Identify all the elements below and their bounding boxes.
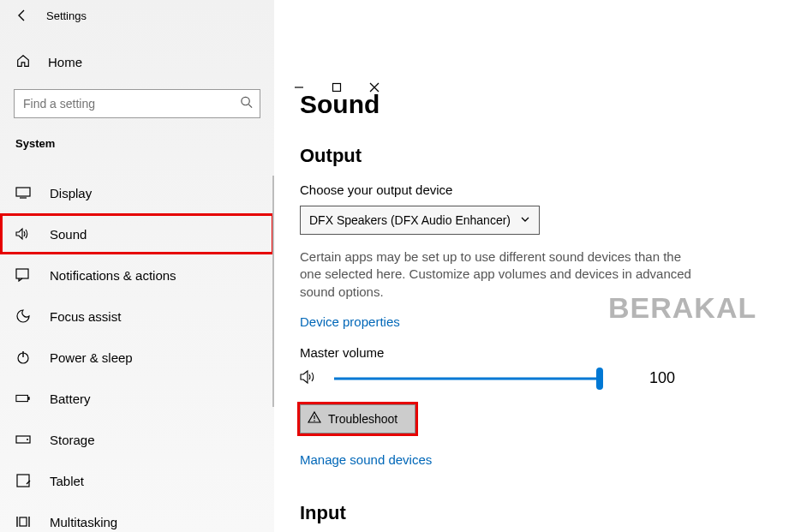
sidebar-item-multitasking[interactable]: Multitasking (0, 501, 274, 532)
sidebar-item-label: Multitasking (50, 515, 117, 529)
sidebar-item-notifications[interactable]: Notifications & actions (0, 254, 274, 296)
sound-icon (15, 227, 31, 241)
home-label: Home (48, 55, 82, 69)
svg-rect-14 (20, 517, 27, 526)
input-heading: Input (300, 502, 755, 524)
output-device-select[interactable]: DFX Speakers (DFX Audio Enhancer) (300, 206, 540, 235)
sidebar-nav: Display Sound Notifications & actions Fo… (0, 172, 274, 532)
svg-rect-2 (16, 188, 30, 196)
display-icon (15, 187, 31, 199)
sidebar-item-label: Display (50, 186, 92, 200)
svg-rect-4 (16, 269, 28, 278)
sidebar-item-power[interactable]: Power & sleep (0, 337, 274, 378)
master-volume-value: 100 (649, 369, 675, 387)
search-box[interactable] (14, 89, 260, 118)
storage-icon (15, 434, 31, 445)
search-icon (240, 96, 253, 112)
sidebar-item-label: Storage (50, 433, 95, 447)
sidebar-section-label: System (0, 137, 274, 150)
troubleshoot-button[interactable]: Troubleshoot (300, 404, 415, 433)
sidebar-item-label: Tablet (50, 474, 84, 488)
sidebar: Settings Home System Display (0, 0, 274, 532)
svg-point-0 (242, 97, 249, 105)
master-volume-slider[interactable] (334, 368, 600, 389)
home-icon (15, 53, 31, 71)
device-properties-link[interactable]: Device properties (300, 314, 400, 329)
output-heading: Output (300, 145, 755, 167)
speaker-icon[interactable] (300, 369, 319, 388)
svg-line-1 (248, 105, 252, 108)
svg-point-10 (27, 439, 28, 440)
sidebar-item-label: Power & sleep (50, 350, 133, 365)
notifications-icon (15, 268, 31, 282)
sidebar-item-label: Sound (50, 227, 87, 242)
manage-sound-devices-link[interactable]: Manage sound devices (300, 452, 432, 467)
sidebar-item-battery[interactable]: Battery (0, 378, 274, 419)
svg-point-20 (314, 420, 315, 421)
titlebar: Settings (0, 0, 274, 31)
output-device-label: Choose your output device (300, 182, 755, 197)
settings-window: Settings Home System Display (0, 0, 789, 532)
sidebar-home[interactable]: Home (0, 43, 274, 81)
multitasking-icon (15, 515, 31, 529)
master-volume-label: Master volume (300, 345, 755, 360)
svg-rect-7 (16, 395, 28, 401)
sidebar-item-label: Focus assist (50, 309, 121, 324)
output-help-text: Certain apps may be set up to use differ… (300, 248, 702, 301)
page-title: Sound (300, 90, 755, 119)
sidebar-item-storage[interactable]: Storage (0, 419, 274, 460)
output-device-value: DFX Speakers (DFX Audio Enhancer) (309, 213, 511, 227)
focus-icon (15, 308, 31, 324)
svg-rect-11 (17, 475, 29, 487)
sidebar-item-label: Battery (50, 392, 91, 406)
warning-icon (308, 410, 321, 427)
sidebar-item-focus[interactable]: Focus assist (0, 296, 274, 337)
sidebar-item-display[interactable]: Display (0, 172, 274, 213)
power-icon (15, 350, 31, 365)
sidebar-item-sound[interactable]: Sound (0, 213, 274, 254)
back-button[interactable] (15, 9, 29, 22)
window-title: Settings (46, 9, 87, 22)
search-input[interactable] (15, 90, 230, 117)
chevron-down-icon (520, 213, 530, 227)
tablet-icon (15, 474, 31, 487)
troubleshoot-label: Troubleshoot (328, 412, 397, 426)
svg-rect-8 (28, 397, 30, 400)
sidebar-item-label: Notifications & actions (50, 268, 176, 283)
battery-icon (15, 393, 31, 403)
main-panel: BERAKAL Sound Output Choose your output … (274, 0, 789, 532)
sidebar-item-tablet[interactable]: Tablet (0, 460, 274, 501)
